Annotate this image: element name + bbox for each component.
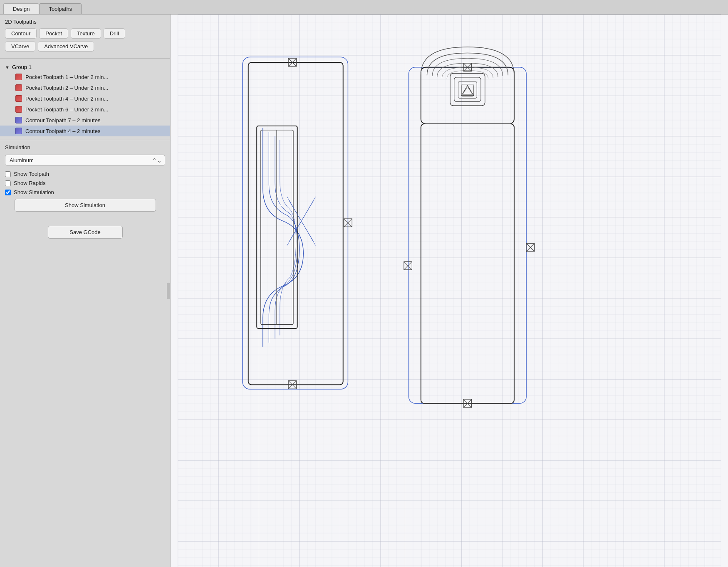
material-select-wrapper: Aluminum Wood Steel Plastic ⌃⌄ bbox=[5, 155, 165, 166]
drill-btn[interactable]: Drill bbox=[104, 28, 125, 39]
show-rapids-label: Show Rapids bbox=[14, 180, 46, 186]
show-toolpath-checkbox[interactable] bbox=[5, 171, 11, 177]
sidebar: 2D Toolpaths Contour Pocket Texture Dril… bbox=[0, 15, 171, 567]
app-container: Design Toolpaths 2D Toolpaths Contour Po… bbox=[0, 0, 728, 567]
simulation-section: Simulation Aluminum Wood Steel Plastic ⌃… bbox=[0, 140, 170, 217]
show-simulation-checkbox-row[interactable]: Show Simulation bbox=[5, 189, 165, 195]
show-toolpath-label: Show Toolpath bbox=[14, 171, 49, 177]
toolpath-list: Pocket Toolpath 1 – Under 2 min... Pocke… bbox=[0, 71, 170, 136]
toolpath-item-3[interactable]: Pocket Toolpath 6 – Under 2 min... bbox=[0, 104, 170, 115]
canvas-area bbox=[171, 15, 728, 567]
toolpath-label-4: Contour Toolpath 7 – 2 minutes bbox=[25, 117, 100, 123]
resize-handle[interactable] bbox=[167, 283, 170, 299]
contour-icon-5 bbox=[15, 127, 22, 135]
toolpath-label-2: Pocket Toolpath 4 – Under 2 min... bbox=[25, 96, 108, 102]
save-gcode-btn[interactable]: Save GCode bbox=[48, 226, 123, 239]
toolpath-item-1[interactable]: Pocket Toolpath 2 – Under 2 min... bbox=[0, 82, 170, 93]
toolpath-label-0: Pocket Toolpath 1 – Under 2 min... bbox=[25, 74, 108, 80]
material-select[interactable]: Aluminum Wood Steel Plastic bbox=[5, 155, 165, 166]
tab-design[interactable]: Design bbox=[3, 3, 39, 14]
show-simulation-btn[interactable]: Show Simulation bbox=[15, 199, 156, 212]
contour-icon-4 bbox=[15, 116, 22, 124]
vcarve-btn[interactable]: VCarve bbox=[5, 41, 35, 52]
toolpath-item-5[interactable]: Contour Toolpath 4 – 2 minutes bbox=[0, 126, 170, 136]
show-rapids-checkbox-row[interactable]: Show Rapids bbox=[5, 180, 165, 186]
simulation-label: Simulation bbox=[5, 144, 165, 150]
toolpath-label-3: Pocket Toolpath 6 – Under 2 min... bbox=[25, 106, 108, 113]
toolpaths-2d-label: 2D Toolpaths bbox=[5, 19, 165, 25]
advanced-vcarve-btn[interactable]: Advanced VCarve bbox=[38, 41, 94, 52]
show-simulation-checkbox[interactable] bbox=[5, 190, 11, 195]
design-canvas[interactable] bbox=[171, 15, 728, 567]
group-label: Group 1 bbox=[12, 64, 32, 70]
toolpath-label-5: Contour Toolpath 4 – 2 minutes bbox=[25, 128, 100, 134]
top-tabs: Design Toolpaths bbox=[0, 0, 728, 14]
tab-toolpaths[interactable]: Toolpaths bbox=[39, 3, 82, 14]
toolpath-item-0[interactable]: Pocket Toolpath 1 – Under 2 min... bbox=[0, 71, 170, 82]
pocket-icon-1 bbox=[15, 84, 22, 91]
main-area: 2D Toolpaths Contour Pocket Texture Dril… bbox=[0, 14, 728, 567]
show-rapids-checkbox[interactable] bbox=[5, 180, 11, 186]
texture-btn[interactable]: Texture bbox=[71, 28, 101, 39]
contour-btn[interactable]: Contour bbox=[5, 28, 37, 39]
toolpaths-2d-section: 2D Toolpaths Contour Pocket Texture Dril… bbox=[0, 15, 170, 57]
show-toolpath-checkbox-row[interactable]: Show Toolpath bbox=[5, 171, 165, 177]
group-triangle-icon: ▼ bbox=[5, 65, 10, 70]
pocket-btn[interactable]: Pocket bbox=[39, 28, 68, 39]
pocket-icon-0 bbox=[15, 73, 22, 81]
group-section: ▼ Group 1 Pocket Toolpath 1 – Under 2 mi… bbox=[0, 60, 170, 138]
group-header[interactable]: ▼ Group 1 bbox=[0, 63, 170, 71]
pocket-icon-3 bbox=[15, 106, 22, 113]
pocket-icon-2 bbox=[15, 95, 22, 102]
toolpath-item-2[interactable]: Pocket Toolpath 4 – Under 2 min... bbox=[0, 93, 170, 104]
toolpath-btn-row1: Contour Pocket Texture Drill bbox=[5, 28, 165, 39]
divider1 bbox=[0, 58, 170, 59]
toolpath-label-1: Pocket Toolpath 2 – Under 2 min... bbox=[25, 85, 108, 91]
show-simulation-label: Show Simulation bbox=[14, 189, 54, 195]
toolpath-item-4[interactable]: Contour Toolpath 7 – 2 minutes bbox=[0, 115, 170, 126]
svg-rect-1 bbox=[178, 15, 721, 567]
toolpath-btn-row2: VCarve Advanced VCarve bbox=[5, 41, 165, 52]
